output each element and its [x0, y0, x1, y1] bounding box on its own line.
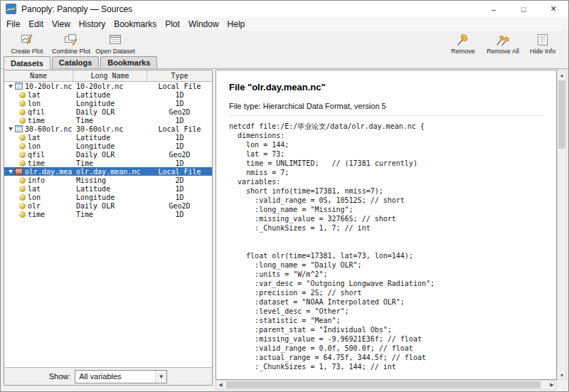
row-icon	[19, 134, 26, 141]
tab-label: Bookmarks	[107, 58, 150, 67]
column-header-type[interactable]: Type	[147, 70, 212, 81]
title-bar[interactable]: Panoply: Panoply — Sources – □ ✕	[1, 1, 568, 17]
menu-view[interactable]: View	[48, 18, 75, 30]
table-row[interactable]: time Time 1D	[4, 116, 212, 125]
table-row[interactable]: olr.day.mea... olr.day.mean.nc Local Fil…	[4, 167, 212, 176]
table-row[interactable]: olr Daily OLR Geo2D	[4, 201, 212, 210]
row-type: Geo2D	[147, 108, 212, 116]
menu-file[interactable]: File	[2, 18, 24, 30]
expand-triangle-icon[interactable]	[9, 127, 13, 131]
row-icon	[19, 117, 26, 124]
row-icon	[19, 177, 26, 184]
panoply-sources-window: Panoply: Panoply — Sources – □ ✕ File Ed…	[0, 0, 569, 392]
row-name-cell: olr	[4, 202, 73, 210]
scroll-left-icon[interactable]: ◀	[216, 381, 225, 389]
row-name-cell: 10-20olr.nc	[4, 83, 73, 90]
row-icon	[15, 125, 23, 132]
scroll-down-icon[interactable]: ▼	[558, 371, 566, 379]
show-variables-dropdown[interactable]: All variables ▼	[75, 370, 167, 383]
file-type-label: File type: Hierarchical Data Format, ver…	[229, 102, 543, 116]
combine-plot-icon	[64, 33, 78, 47]
column-header-long-name[interactable]: Long Name	[73, 70, 147, 81]
horizontal-scroll-thumb[interactable]	[226, 381, 541, 388]
column-header-name[interactable]: Name	[4, 70, 73, 81]
maximize-button[interactable]: □	[509, 1, 538, 17]
ncdump-text: netcdf file:/E:/毕业论文/data/olr.day.mean.n…	[229, 122, 543, 380]
hide-info-button[interactable]: Hide Info	[523, 31, 563, 55]
close-button[interactable]: ✕	[538, 1, 568, 17]
row-name: qfil	[28, 151, 45, 159]
row-name: qfil	[28, 108, 45, 116]
row-icon	[15, 168, 23, 175]
remove-all-button[interactable]: Remove All	[483, 31, 523, 55]
row-name: lon	[28, 194, 41, 201]
row-long-name: Latitude	[73, 91, 147, 99]
tab-catalogs[interactable]: Catalogs	[52, 56, 99, 68]
table-row[interactable]: 30-60olr.nc 30-60olr.nc Local File	[4, 125, 212, 133]
row-name: 30-60olr.nc	[25, 125, 72, 133]
tool-label: Hide Info	[530, 48, 555, 55]
row-long-name: Missing	[73, 176, 147, 184]
table-row[interactable]: qfil Daily OLR Geo2D	[4, 150, 212, 159]
file-title: File "olr.day.mean.nc"	[229, 82, 543, 92]
table-row[interactable]: lat Latitude 1D	[4, 90, 212, 99]
minimize-button[interactable]: –	[479, 1, 509, 17]
expand-triangle-icon[interactable]	[9, 170, 13, 174]
row-type: 1D	[147, 211, 212, 218]
tab-label: Catalogs	[59, 58, 92, 67]
row-long-name: Daily OLR	[73, 108, 147, 116]
remove-button[interactable]: Remove	[443, 31, 483, 55]
scrollbar-corner	[557, 380, 567, 390]
table-row[interactable]: lon Longitude 1D	[4, 99, 212, 107]
horizontal-scrollbar[interactable]: ◀ ▶	[216, 380, 557, 390]
menu-history[interactable]: History	[75, 18, 110, 30]
menu-edit[interactable]: Edit	[24, 18, 48, 30]
row-name-cell: lat	[4, 134, 73, 142]
hide-info-icon	[536, 33, 550, 47]
vertical-scroll-thumb[interactable]	[558, 80, 565, 149]
table-row[interactable]: time Time 1D	[4, 210, 212, 218]
row-icon	[19, 160, 26, 166]
main-content: Name Long Name Type 10-20olr.nc 10-20olr…	[1, 68, 568, 391]
menu-plot[interactable]: Plot	[161, 18, 184, 30]
open-dataset-button[interactable]: Open Dataset	[93, 31, 137, 55]
row-type: 1D	[147, 142, 212, 150]
menu-bookmarks[interactable]: Bookmarks	[110, 18, 161, 30]
scroll-right-icon[interactable]: ▶	[548, 381, 556, 389]
tab-datasets[interactable]: Datasets	[4, 56, 50, 69]
table-row[interactable]: info Missing 2D	[4, 176, 212, 184]
row-icon	[19, 203, 26, 209]
table-row[interactable]: time Time 1D	[4, 159, 212, 167]
row-type: Local File	[147, 168, 212, 176]
table-row[interactable]: lon Longitude 1D	[4, 142, 212, 150]
open-dataset-icon	[108, 33, 122, 47]
menu-help[interactable]: Help	[223, 18, 250, 30]
row-name-cell: lon	[4, 100, 73, 107]
row-name: lon	[28, 142, 41, 150]
row-type: Local File	[147, 83, 212, 90]
table-row[interactable]: 10-20olr.nc 10-20olr.nc Local File	[4, 82, 212, 90]
row-type: 1D	[147, 134, 212, 142]
row-icon	[19, 100, 26, 107]
expand-triangle-icon[interactable]	[9, 85, 13, 88]
menu-window[interactable]: Window	[184, 18, 223, 30]
table-row[interactable]: lat Latitude 1D	[4, 133, 212, 142]
row-name-cell: 30-60olr.nc	[4, 125, 73, 133]
row-name: 10-20olr.nc	[25, 83, 72, 90]
tool-label: Combine Plot	[52, 48, 90, 55]
table-row[interactable]: lat Latitude 1D	[4, 184, 212, 193]
row-name-cell: time	[4, 159, 73, 167]
table-row[interactable]: lon Longitude 1D	[4, 193, 212, 201]
scroll-up-icon[interactable]: ▲	[558, 70, 566, 79]
table-row[interactable]: qfil Daily OLR Geo2D	[4, 107, 212, 116]
vertical-scrollbar[interactable]: ▲ ▼	[557, 70, 567, 380]
row-icon	[19, 143, 26, 149]
row-long-name: Latitude	[73, 134, 147, 142]
tab-bookmarks[interactable]: Bookmarks	[100, 56, 157, 68]
row-name-cell: qfil	[4, 151, 73, 159]
row-type: 1D	[147, 194, 212, 201]
row-name: lat	[28, 91, 41, 99]
row-name: lat	[28, 134, 41, 142]
combine-plot-button[interactable]: Combine Plot	[49, 31, 93, 55]
create-plot-button[interactable]: Create Plot	[5, 31, 49, 55]
